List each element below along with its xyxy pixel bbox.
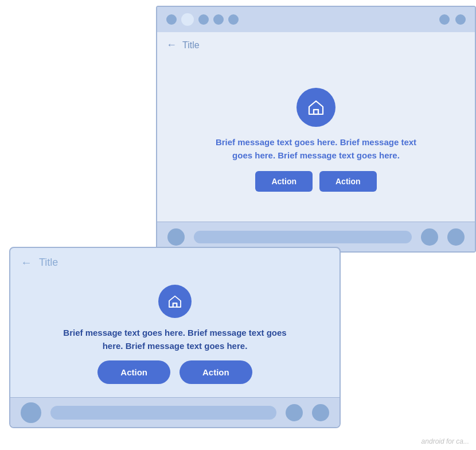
brief-message-back: Brief message text goes here. Brief mess… bbox=[213, 136, 419, 162]
bottom-nav-front bbox=[10, 397, 340, 427]
nav-dot-back-2 bbox=[421, 228, 438, 246]
action-buttons-front: Action Action bbox=[97, 360, 252, 384]
home-icon-front bbox=[158, 285, 192, 318]
home-icon-back bbox=[296, 88, 335, 127]
status-dot-3 bbox=[198, 14, 209, 25]
nav-dot-front-1 bbox=[21, 402, 41, 423]
status-dot-5 bbox=[228, 14, 239, 25]
back-screen: ← Title Brief message text goes here. Br… bbox=[156, 6, 476, 253]
nav-dot-front-3 bbox=[312, 404, 329, 421]
status-left-icons bbox=[166, 13, 239, 26]
back-arrow-icon-front[interactable]: ← bbox=[21, 256, 32, 269]
front-screen: ← Title Brief message text goes here. Br… bbox=[9, 247, 341, 428]
app-bar-front: ← Title bbox=[10, 248, 340, 277]
action-button-2-back[interactable]: Action bbox=[319, 171, 377, 192]
watermark: android for ca... bbox=[422, 437, 469, 445]
status-dot-r2 bbox=[455, 14, 466, 25]
brief-message-front: Brief message text goes here. Brief mess… bbox=[54, 326, 295, 353]
back-arrow-icon-back[interactable]: ← bbox=[166, 39, 177, 51]
content-area-back: Brief message text goes here. Brief mess… bbox=[157, 58, 475, 222]
svg-rect-0 bbox=[314, 110, 318, 114]
app-bar-title-back: Title bbox=[182, 40, 200, 51]
nav-dot-back-3 bbox=[447, 228, 465, 246]
status-dot-1 bbox=[166, 14, 177, 25]
status-dot-4 bbox=[213, 14, 224, 25]
nav-dot-back-1 bbox=[167, 228, 185, 246]
app-bar-back: ← Title bbox=[157, 32, 475, 58]
svg-rect-1 bbox=[173, 303, 177, 307]
nav-pill-back bbox=[194, 231, 412, 243]
status-dot-r1 bbox=[439, 14, 450, 25]
action-button-1-front[interactable]: Action bbox=[97, 360, 170, 384]
action-button-2-front[interactable]: Action bbox=[180, 360, 252, 384]
nav-dot-front-2 bbox=[286, 404, 303, 421]
status-right-icons bbox=[439, 14, 466, 25]
nav-pill-front bbox=[50, 406, 276, 420]
app-bar-title-front: Title bbox=[39, 257, 58, 269]
status-bar-back bbox=[157, 7, 475, 32]
content-area-front: Brief message text goes here. Brief mess… bbox=[10, 277, 340, 397]
action-buttons-back: Action Action bbox=[255, 171, 376, 192]
action-button-1-back[interactable]: Action bbox=[255, 171, 313, 192]
status-dot-2 bbox=[181, 13, 194, 26]
